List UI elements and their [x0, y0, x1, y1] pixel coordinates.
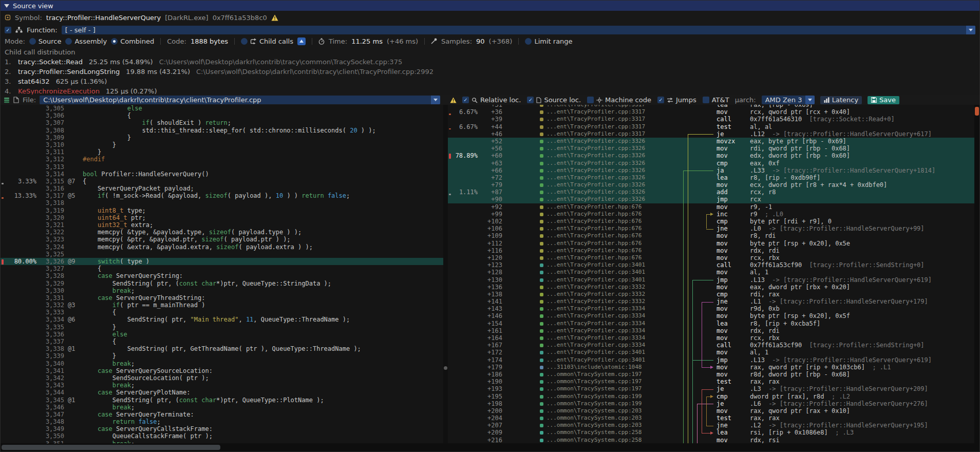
asm-row[interactable]: +102...ent\TracyProfiler.hpp:676cmpbyte …	[448, 218, 975, 225]
asm-source-location[interactable]: ...ent\TracyProfiler.cpp:3334	[546, 334, 675, 342]
splitter-grip[interactable]	[444, 366, 447, 370]
asm-source-location[interactable]: ...ent\TracyProfiler.cpp:3317	[546, 130, 675, 138]
source-line[interactable]: 3,325	[1, 251, 443, 258]
source-line[interactable]: 3,346 break;	[1, 404, 443, 411]
asm-source-location[interactable]: ...ommon\TracySystem.cpp:199	[546, 393, 675, 400]
source-line[interactable]: 3,316 ServerQueryPacket payload;	[1, 185, 443, 192]
asm-source-location[interactable]: ...ent\TracyProfiler.cpp:3326	[546, 181, 675, 189]
asm-row[interactable]: +207...ommon\TracySystem.cpp:203jne.L2 -…	[448, 422, 975, 429]
source-line[interactable]: 3,339 }	[1, 352, 443, 360]
source-line[interactable]: 3,342 SendSourceLocation( ptr );	[1, 374, 443, 382]
source-line[interactable]: 3,340 break;	[1, 360, 443, 367]
source-line[interactable]: 3,323 memcpy( &ptr, &payload.ptr, sizeof…	[1, 236, 443, 243]
asm-row[interactable]: +128...ent\TracyProfiler.cpp:3401moval, …	[448, 269, 975, 276]
asm-row[interactable]: +138...ent\TracyProfiler.cpp:3332cmprdi,…	[448, 291, 975, 298]
asm-source-location[interactable]: ...ent\TracyProfiler.cpp:3401	[546, 261, 675, 269]
asm-row[interactable]: +99...ent\TracyProfiler.hpp:676incr9 ; .…	[448, 211, 975, 218]
source-line[interactable]: 3,335 }	[1, 324, 443, 331]
source-line[interactable]: 3,314bool Profiler::HandleServerQuery()	[1, 171, 443, 178]
asm-row[interactable]: +109...ent\TracyProfiler.hpp:676movr8, r…	[448, 232, 975, 239]
asm-source-location[interactable]: ...ent\TracyProfiler.cpp:3317	[546, 116, 675, 123]
child-call-name[interactable]: tracy::Socket::Read	[18, 58, 83, 66]
asm-source-location[interactable]: ...ent\TracyProfiler.hpp:676	[546, 240, 675, 247]
asm-row[interactable]: +92...ent\TracyProfiler.hpp:676movr9, -1	[448, 203, 975, 211]
limit-range-toggle[interactable]: Limit range	[525, 37, 572, 45]
asm-source-location[interactable]: ...ent\TracyProfiler.cpp:3334	[546, 312, 675, 319]
asm-row[interactable]: +72...ent\TracyProfiler.cpp:3326lear8, […	[448, 174, 975, 181]
line-asm-annotation[interactable]: @7	[68, 178, 75, 185]
asm-row[interactable]: +172...ent\TracyProfiler.cpp:3401moval, …	[448, 349, 975, 356]
asm-source-location[interactable]: ...ent\TracyProfiler.cpp:3326	[546, 174, 675, 181]
asm-row[interactable]: +46...ent\TracyProfiler.cpp:3317je.L12 -…	[448, 130, 975, 138]
source-line[interactable]: 3,319 uint8_t type;	[1, 207, 443, 214]
horizontal-scrollbar-thumb[interactable]	[2, 445, 220, 450]
asm-source-location[interactable]: ...ent\TracyProfiler.hpp:676	[546, 232, 675, 239]
asm-scrollbar-thumb[interactable]	[975, 107, 979, 116]
child-call-name[interactable]: stat64i32	[18, 78, 50, 85]
latency-button[interactable]: Latency	[820, 96, 862, 104]
asm-source-location[interactable]: ...ent\TracyProfiler.cpp:3326	[546, 152, 675, 159]
asm-source-location[interactable]: ...ommon\TracySystem.cpp:199	[546, 400, 675, 407]
asm-source-location[interactable]: ...ent\TracyProfiler.cpp:3332	[546, 284, 675, 291]
asm-row[interactable]: +209...ommon\TracySystem.cpp:258learsi, …	[448, 429, 975, 436]
source-line[interactable]: 3,322 memcpy( &type, &payload.type, size…	[1, 229, 443, 236]
file-combo[interactable]: C:\Users\wolf\Desktop\darkrl\contrib\tra…	[40, 96, 440, 104]
source-line[interactable]: 80.00%3,326@9 switch( type )	[1, 258, 443, 265]
asm-source-location[interactable]: ...ent\TracyProfiler.cpp:3326	[546, 196, 675, 203]
asm-source-location[interactable]: ...ent\TracyProfiler.cpp:3401	[546, 269, 675, 276]
asm-source-location[interactable]: ...ent\TracyProfiler.cpp:3326	[546, 138, 675, 145]
asm-row[interactable]: +136...ent\TracyProfiler.cpp:3332moveax,…	[448, 284, 975, 291]
source-line[interactable]: 3,333 {	[1, 309, 443, 316]
asm-source-location[interactable]: ...ent\TracyProfiler.cpp:3317	[546, 123, 675, 130]
source-line[interactable]: 3,313	[1, 163, 443, 171]
asm-source-location[interactable]: ...ommon\TracySystem.cpp:197	[546, 371, 675, 378]
source-line[interactable]: 3,338@1 SendString( ptr, GetThreadName( …	[1, 345, 443, 352]
asm-source-location[interactable]: ...ommon\TracySystem.cpp:203	[546, 407, 675, 415]
source-line[interactable]: 3,311 }	[1, 148, 443, 156]
asm-option-relative-loc[interactable]: ✓Relative loc.	[462, 96, 521, 104]
asm-row[interactable]: +200...ommon\TracySystem.cpp:203movrax, …	[448, 407, 975, 415]
asm-source-location[interactable]: ...ommon\TracySystem.cpp:203	[546, 422, 675, 429]
pane-splitter[interactable]	[443, 105, 448, 444]
source-line[interactable]: 3,344 case ServerQueryPlotName:	[1, 389, 443, 396]
source-line[interactable]: 3.33%3,315@7{	[1, 178, 443, 185]
source-line[interactable]: 3,341 case ServerQuerySourceLocation:	[1, 367, 443, 374]
uarch-combo-caret[interactable]	[805, 96, 815, 104]
asm-row[interactable]: +116...ent\TracyProfiler.hpp:676movrdx, …	[448, 247, 975, 254]
asm-source-location[interactable]: ...ommon\TracySystem.cpp:197	[546, 378, 675, 385]
asm-source-location[interactable]: ...ent\TracyProfiler.hpp:676	[546, 211, 675, 218]
source-line[interactable]: 3,350 QueueCallstackFrame( ptr );	[1, 432, 443, 440]
source-line[interactable]: 3,334@6 SendString( ptr, "Main thread", …	[1, 316, 443, 323]
asm-row[interactable]: +130...ent\TracyProfiler.cpp:3401jmp.L13…	[448, 276, 975, 284]
asm-source-location[interactable]: ...ommon\TracySystem.cpp:258	[546, 429, 675, 436]
asm-row[interactable]: +216...ommon\TracySystem.cpp:258movrdx, …	[448, 437, 975, 444]
asm-source-location[interactable]: ...ent\TracyProfiler.cpp:3334	[546, 342, 675, 349]
asm-row[interactable]: +52...ent\TracyProfiler.cpp:3326movzxeax…	[448, 138, 975, 145]
asm-source-location[interactable]: ...ommon\TracySystem.cpp:203	[546, 415, 675, 422]
source-line[interactable]: 3,329 SendString( ptr, (const char*)ptr,…	[1, 280, 443, 287]
child-call-name[interactable]: KeSynchronizeExecution	[18, 87, 100, 95]
asm-source-location[interactable]: ...ent\TracyProfiler.cpp:3317	[546, 105, 675, 108]
asm-row[interactable]: +195...ommon\TracySystem.cpp:199cmpdword…	[448, 393, 975, 400]
asm-source-location[interactable]: ...ommon\TracySystem.cpp:258	[546, 437, 675, 444]
mode-radio-combined[interactable]: Combined	[111, 37, 154, 45]
asm-row[interactable]: +146...ent\TracyProfiler.cpp:3334movbyte…	[448, 312, 975, 319]
asm-row[interactable]: 6.67%+44...ent\TracyProfiler.cpp:3317tes…	[448, 123, 975, 130]
asm-row[interactable]: +63...ent\TracyProfiler.cpp:3326cmpeax, …	[448, 160, 975, 167]
asm-row[interactable]: +186...ommon\TracySystem.cpp:197movr8d, …	[448, 371, 975, 378]
asm-option-machine-code[interactable]: Machine code	[587, 96, 651, 104]
source-line[interactable]: 3,336 else	[1, 331, 443, 338]
source-line[interactable]: 3,306 {	[1, 112, 443, 119]
asm-source-location[interactable]: ...ent\TracyProfiler.cpp:3334	[546, 320, 675, 327]
asm-row[interactable]: +179...31103\include\atomic:1048movrax, …	[448, 364, 975, 371]
asm-vertical-scrollbar[interactable]	[974, 105, 979, 444]
source-line[interactable]: 13.33%3,317@5 if( !m_sock->Read( &payloa…	[1, 192, 443, 199]
function-combo-caret[interactable]	[966, 26, 975, 34]
window-titlebar[interactable]: Source view	[1, 1, 979, 11]
asm-row[interactable]: +154...ent\TracyProfiler.cpp:3334lear8, …	[448, 320, 975, 327]
source-line[interactable]: 3,347 case ServerQueryTerminate:	[1, 411, 443, 418]
asm-row[interactable]: +39...ent\TracyProfiler.cpp:3317call0x7f…	[448, 116, 975, 123]
asm-source-location[interactable]: ...ent\TracyProfiler.cpp:3326	[546, 145, 675, 152]
asm-row[interactable]: +204...ommon\TracySystem.cpp:203testrax,…	[448, 415, 975, 422]
source-line[interactable]: 3,331 case ServerQueryThreadString:	[1, 294, 443, 302]
